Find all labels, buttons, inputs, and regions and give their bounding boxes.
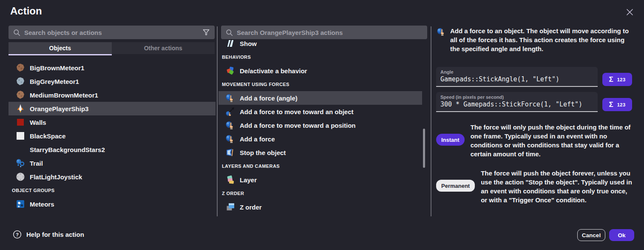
stop-object-icon bbox=[225, 147, 235, 158]
list-item-walls[interactable]: Walls bbox=[9, 115, 216, 129]
cancel-button[interactable]: Cancel bbox=[577, 229, 605, 241]
tab-objects[interactable]: Objects bbox=[9, 42, 112, 54]
section-z-order: Z ORDER bbox=[218, 187, 422, 200]
help-link[interactable]: ? Help for this action bbox=[13, 230, 84, 239]
angle-field-value[interactable]: Gamepads::StickAngle(1, "Left") bbox=[440, 75, 598, 83]
list-item-blackspace[interactable]: BlackSpace bbox=[9, 129, 216, 143]
force-toward-object-icon bbox=[225, 106, 235, 117]
middle-panel-divider bbox=[431, 26, 431, 216]
action-description: Add a force to an object. The object wil… bbox=[450, 26, 633, 53]
instant-note: Instant The force will only push the obj… bbox=[436, 123, 634, 158]
action-item-stop-object[interactable]: Stop the object bbox=[218, 146, 422, 159]
action-item-show[interactable]: Show bbox=[218, 37, 422, 50]
meteor-brown-icon bbox=[15, 90, 26, 100]
objects-search-input[interactable] bbox=[24, 29, 198, 36]
angle-field[interactable]: Angle Gamepads::StickAngle(1, "Left") bbox=[436, 67, 598, 87]
objects-search bbox=[9, 26, 215, 39]
list-item-bigbrownmeteor1[interactable]: BigBrownMeteor1 bbox=[9, 61, 216, 75]
object-group-icon bbox=[15, 199, 26, 209]
trail-particles-icon bbox=[15, 158, 26, 168]
speed-field-value[interactable]: 300 * Gamepads::StickForce(1, "Left") bbox=[440, 101, 598, 108]
z-order-icon bbox=[225, 202, 235, 212]
search-icon bbox=[13, 27, 20, 37]
actions-list: Show BEHAVIORS De/activate a behavior MO… bbox=[218, 37, 422, 214]
instant-note-text: The force will only push the object duri… bbox=[471, 123, 634, 158]
spaceship-icon bbox=[15, 103, 26, 114]
help-icon: ? bbox=[13, 230, 22, 239]
list-item-meteors-group[interactable]: Meteors bbox=[9, 197, 216, 211]
numbers-icon: 123 bbox=[617, 102, 626, 107]
permanent-note-text: The force will push the object forever, … bbox=[481, 169, 634, 204]
red-square-icon bbox=[15, 117, 26, 127]
numbers-icon: 123 bbox=[617, 77, 626, 82]
list-item-biggreymeteor1[interactable]: BigGreyMeteor1 bbox=[9, 75, 216, 88]
svg-text:?: ? bbox=[16, 232, 19, 237]
section-movement-using-forces: MOVEMENT USING FORCES bbox=[218, 78, 422, 91]
speed-field-label: Speed (in pixels per second) bbox=[440, 95, 598, 100]
list-item-starrybackgroundstars2[interactable]: StarryBackgroundStars2 bbox=[9, 143, 216, 156]
meteor-grey-icon bbox=[15, 76, 26, 86]
left-tabs: Objects Other actions bbox=[9, 42, 215, 54]
action-item-z-order[interactable]: Z order bbox=[218, 200, 422, 214]
instant-badge: Instant bbox=[436, 134, 465, 146]
speed-field[interactable]: Speed (in pixels per second) 300 * Gamep… bbox=[436, 92, 598, 112]
layers-icon bbox=[225, 175, 235, 185]
action-item-force-toward-object[interactable]: Add a force to move toward an object bbox=[218, 105, 422, 118]
action-description-block: Add a force to an object. The object wil… bbox=[436, 26, 633, 53]
tab-other-actions[interactable]: Other actions bbox=[112, 42, 215, 54]
meteor-brown-icon bbox=[15, 63, 26, 73]
list-item-trail[interactable]: Trail bbox=[9, 156, 216, 170]
list-item-orangeplayership3[interactable]: OrangePlayerShip3 bbox=[9, 102, 216, 115]
light-square-icon bbox=[15, 131, 26, 141]
add-force-icon bbox=[225, 134, 235, 144]
search-icon bbox=[225, 27, 233, 37]
close-icon[interactable] bbox=[624, 6, 635, 17]
action-item-add-force-angle[interactable]: Add a force (angle) bbox=[218, 91, 422, 105]
action-item-add-force[interactable]: Add a force bbox=[218, 132, 422, 146]
joystick-icon bbox=[15, 172, 26, 182]
permanent-badge: Permanent bbox=[436, 180, 475, 192]
angle-expression-button[interactable]: Σ 123 bbox=[602, 73, 632, 86]
ok-button[interactable]: Ok bbox=[609, 229, 634, 241]
page-title: Action bbox=[10, 5, 42, 17]
speed-expression-button[interactable]: Σ 123 bbox=[602, 98, 632, 111]
action-item-force-toward-position[interactable]: Add a force to move toward a position bbox=[218, 118, 422, 132]
section-object-groups: OBJECT GROUPS bbox=[9, 184, 216, 197]
actions-search-input[interactable] bbox=[237, 29, 423, 36]
add-force-icon bbox=[225, 93, 235, 103]
show-object-icon bbox=[225, 38, 235, 49]
permanent-note: Permanent The force will push the object… bbox=[436, 169, 634, 204]
add-force-icon bbox=[225, 120, 235, 130]
list-item-mediumbrownmeteor1[interactable]: MediumBrownMeteor1 bbox=[9, 88, 216, 102]
sigma-icon: Σ bbox=[609, 75, 613, 84]
angle-field-label: Angle bbox=[440, 69, 598, 75]
behavior-icon bbox=[225, 66, 235, 76]
filter-icon[interactable] bbox=[202, 27, 210, 37]
list-item-flatlightjoystick[interactable]: FlatLightJoystick bbox=[9, 170, 216, 184]
actions-list-scrollbar[interactable] bbox=[423, 129, 425, 168]
section-layers-and-cameras: LAYERS AND CAMERAS bbox=[218, 159, 422, 173]
action-item-deactivate-behavior[interactable]: De/activate a behavior bbox=[218, 64, 422, 78]
starry-background-icon bbox=[15, 144, 26, 155]
help-link-label: Help for this action bbox=[26, 231, 84, 238]
objects-list: BigBrownMeteor1 BigGreyMeteor1 MediumBro… bbox=[9, 61, 216, 211]
action-item-layer[interactable]: Layer bbox=[218, 173, 422, 187]
add-force-icon bbox=[436, 26, 446, 37]
section-behaviors: BEHAVIORS bbox=[218, 50, 422, 64]
left-panel-divider bbox=[217, 26, 218, 216]
sigma-icon: Σ bbox=[609, 101, 613, 109]
